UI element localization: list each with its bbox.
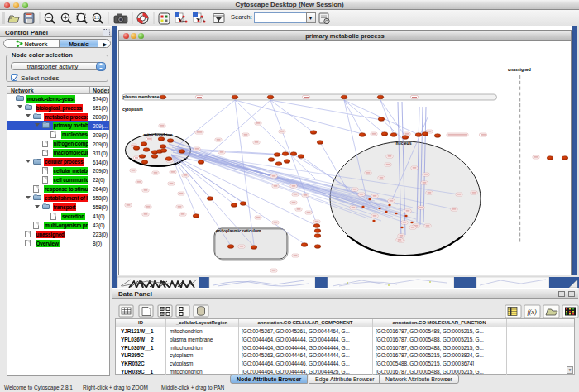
svg-text:endoplasmic reticulum: endoplasmic reticulum bbox=[216, 228, 261, 233]
svg-text:mitochondrion: mitochondrion bbox=[144, 132, 173, 137]
svg-text:1:1: 1:1 bbox=[94, 16, 100, 20]
svg-text:cytoplasm: cytoplasm bbox=[122, 107, 143, 112]
svg-text:nucleus: nucleus bbox=[396, 141, 412, 146]
svg-text:unassigned: unassigned bbox=[508, 67, 531, 72]
svg-text:f(x): f(x) bbox=[527, 308, 536, 316]
svg-text:plasma membrane: plasma membrane bbox=[123, 94, 160, 99]
